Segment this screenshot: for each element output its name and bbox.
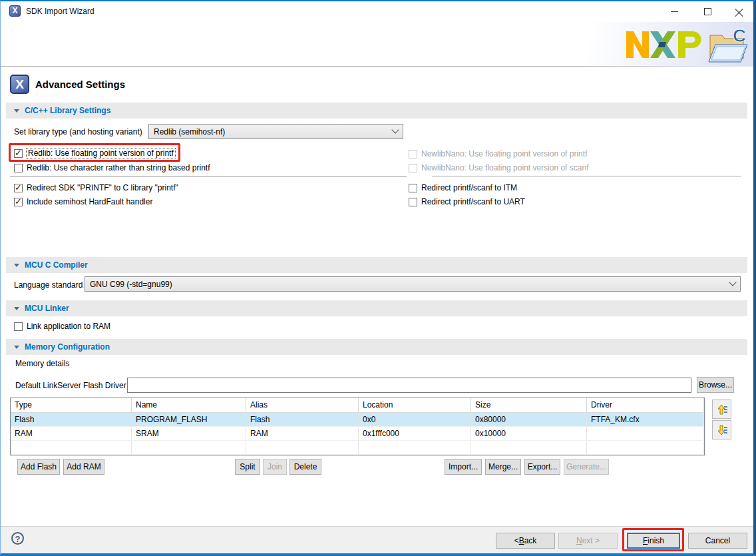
cell-type: Flash — [11, 413, 132, 426]
page-title: Advanced Settings — [35, 79, 125, 90]
section-memory-header[interactable]: Memory Configuration — [6, 339, 747, 355]
minimize-icon — [671, 11, 678, 12]
language-standard-label: Language standard — [14, 280, 83, 290]
import-button[interactable]: Import... — [445, 459, 482, 475]
column-header[interactable]: Type — [11, 398, 132, 412]
column-header[interactable]: Alias — [246, 398, 359, 412]
generate-button: Generate... — [564, 459, 609, 475]
language-standard-select[interactable]: GNU C99 (-std=gnu99) — [85, 276, 741, 292]
collapse-triangle-icon — [14, 346, 19, 349]
column-header[interactable]: Name — [132, 398, 246, 412]
cell-alias: RAM — [246, 427, 359, 440]
checkbox-label: Redirect printf/scanf to UART — [421, 197, 525, 206]
browse-button[interactable]: Browse... — [697, 377, 734, 393]
cell-name: PROGRAM_FLASH — [132, 413, 246, 426]
minimize-button[interactable] — [660, 1, 689, 22]
library-type-value: Redlib (semihost-nf) — [154, 127, 225, 137]
checkbox-label: NewlibNano: Use floating point version o… — [421, 149, 587, 158]
checkbox-semihost-hardfault[interactable]: Include semihost HardFault handler — [14, 196, 152, 207]
memory-table: Type Name Alias Location Size Driver Fla… — [10, 398, 705, 455]
flash-driver-label: Default LinkServer Flash Driver — [15, 381, 126, 390]
cell-type: RAM — [11, 427, 132, 440]
section-library-title: C/C++ Library Settings — [25, 106, 110, 115]
c-project-folder-icon: C — [706, 25, 751, 66]
delete-button[interactable]: Delete — [289, 459, 321, 475]
section-compiler-title: MCU C Compiler — [25, 260, 88, 270]
collapse-triangle-icon — [14, 109, 19, 113]
add-ram-button[interactable]: Add RAM — [63, 459, 104, 475]
memory-details-label: Memory details — [15, 359, 69, 368]
checkbox-label: Redlib: Use character rather than string… — [27, 163, 210, 172]
section-linker-header[interactable]: MCU Linker — [6, 300, 747, 316]
checkbox-box — [14, 198, 23, 206]
finish-button[interactable]: Finish — [627, 533, 680, 549]
help-icon: ? — [15, 534, 21, 544]
back-button[interactable]: < Back — [496, 533, 555, 549]
checkbox-label: Link application to RAM — [27, 322, 110, 331]
section-library-header[interactable]: C/C++ Library Settings — [6, 103, 747, 119]
add-flash-button[interactable]: Add Flash — [17, 459, 60, 475]
cell-size: 0x80000 — [471, 413, 587, 426]
move-row-up-button[interactable] — [712, 400, 731, 419]
column-header[interactable]: Size — [471, 398, 587, 412]
checkbox-box — [409, 184, 417, 192]
checkbox-box — [14, 184, 23, 192]
section-compiler-header[interactable]: MCU C Compiler — [6, 257, 747, 273]
language-standard-value: GNU C99 (-std=gnu99) — [90, 280, 172, 289]
cell-size: 0x10000 — [471, 427, 587, 440]
table-row-ram[interactable]: RAM SRAM RAM 0x1fffc000 0x10000 — [11, 427, 704, 441]
sdk-import-wizard-window: X SDK Import Wizard C X Advanced Setting… — [0, 0, 756, 556]
svg-text:C: C — [733, 25, 746, 46]
footer-bar: ? < Back Next > Finish Cancel — [1, 526, 753, 553]
checkbox-redlib-char-printf[interactable]: Redlib: Use character rather than string… — [14, 162, 210, 173]
table-row-flash[interactable]: Flash PROGRAM_FLASH Flash 0x0 0x80000 FT… — [11, 413, 704, 427]
nxp-logo — [625, 27, 703, 62]
library-type-select[interactable]: Redlib (semihost-nf) — [148, 124, 403, 139]
checkbox-redirect-sdk-printf[interactable]: Redirect SDK "PRINTF" to C library "prin… — [14, 182, 178, 193]
library-type-label: Set library type (and hosting variant) — [14, 127, 142, 137]
wizard-banner: C — [1, 22, 753, 67]
checkbox-label: NewlibNano: Use floating point version o… — [421, 163, 588, 172]
checkbox-box — [409, 164, 417, 172]
checkbox-link-to-ram[interactable]: Link application to RAM — [14, 321, 110, 332]
checkbox-redirect-uart[interactable]: Redirect printf/scanf to UART — [409, 196, 525, 207]
help-button[interactable]: ? — [11, 532, 24, 545]
column-header[interactable]: Location — [359, 398, 471, 412]
move-up-icon — [716, 404, 728, 416]
cell-name: SRAM — [132, 427, 246, 440]
collapse-triangle-icon — [14, 264, 19, 267]
memory-table-header: Type Name Alias Location Size Driver — [11, 398, 704, 413]
table-row-empty — [11, 455, 704, 455]
checkbox-newlibnano-scanf: NewlibNano: Use floating point version o… — [409, 162, 588, 173]
checkbox-box — [14, 149, 23, 158]
checkbox-box — [409, 198, 417, 206]
titlebar: X SDK Import Wizard — [1, 1, 753, 22]
split-button[interactable]: Split — [235, 459, 260, 475]
separator — [432, 176, 741, 176]
maximize-button[interactable] — [693, 1, 723, 22]
flash-driver-input[interactable] — [127, 378, 691, 393]
cell-driver — [587, 427, 704, 440]
join-button: Join — [263, 459, 287, 475]
checkbox-redlib-float-printf[interactable]: Redlib: Use floating point version of pr… — [14, 148, 175, 158]
cell-location: 0x1fffc000 — [359, 427, 471, 440]
mcuxpresso-app-icon: X — [9, 5, 21, 17]
cell-location: 0x0 — [359, 413, 471, 426]
column-header[interactable]: Driver — [587, 398, 704, 412]
close-button[interactable] — [724, 1, 754, 22]
cell-alias: Flash — [246, 413, 359, 426]
next-button: Next > — [558, 533, 618, 549]
export-button[interactable]: Export... — [524, 459, 560, 475]
merge-button[interactable]: Merge... — [485, 459, 521, 475]
window-title: SDK Import Wizard — [26, 7, 94, 16]
checkbox-label: Redlib: Use floating point version of pr… — [27, 148, 175, 158]
checkbox-box — [14, 164, 23, 172]
table-row-empty[interactable] — [11, 441, 704, 455]
checkbox-label: Redirect printf/scanf to ITM — [421, 183, 517, 192]
checkbox-redirect-itm[interactable]: Redirect printf/scanf to ITM — [409, 182, 517, 193]
checkbox-label: Include semihost HardFault handler — [27, 197, 152, 206]
cancel-button[interactable]: Cancel — [688, 533, 747, 549]
section-memory-title: Memory Configuration — [25, 342, 110, 352]
move-down-icon — [716, 424, 728, 436]
move-row-down-button[interactable] — [712, 420, 731, 439]
